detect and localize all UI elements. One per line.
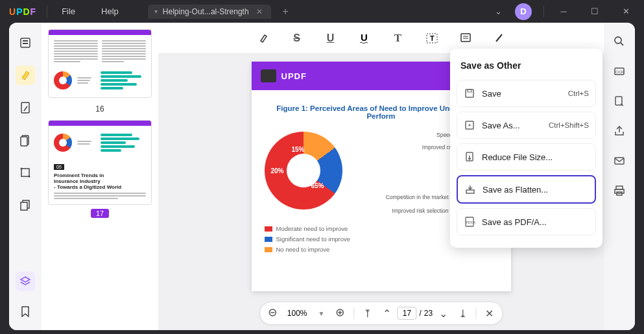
tool-bookmark[interactable] bbox=[16, 302, 35, 321]
svg-rect-14 bbox=[461, 34, 470, 42]
share-icon[interactable] bbox=[612, 124, 626, 138]
tab-close-icon[interactable]: ✕ bbox=[254, 7, 265, 16]
svg-rect-31 bbox=[466, 89, 473, 97]
legend-swatch bbox=[265, 247, 272, 252]
thumb-label-17: 17 bbox=[91, 209, 109, 218]
note-icon[interactable] bbox=[458, 30, 473, 46]
popup-item-reduce[interactable]: Reduce File Size... bbox=[457, 143, 596, 171]
menu-file[interactable]: File bbox=[49, 6, 88, 16]
popup-item-shortcut: Ctrl+Shift+S bbox=[549, 121, 589, 129]
maximize-button[interactable]: ☐ bbox=[582, 2, 608, 21]
pen-icon[interactable] bbox=[492, 30, 507, 46]
svg-rect-10 bbox=[21, 202, 27, 210]
textbox-icon[interactable]: T bbox=[424, 30, 440, 46]
popup-item-shortcut: Ctrl+S bbox=[568, 89, 589, 97]
highlighter-icon[interactable] bbox=[256, 30, 271, 46]
legend-label: No need to improve bbox=[276, 246, 330, 253]
svg-point-22 bbox=[615, 37, 621, 43]
popup-item-label: Save as PDF/A... bbox=[482, 217, 547, 227]
zoom-out-button[interactable] bbox=[264, 304, 282, 322]
search-icon[interactable] bbox=[612, 34, 626, 49]
popup-item-flatten[interactable]: Save as Flatten... bbox=[457, 175, 596, 204]
popup-item-label: Save As... bbox=[482, 121, 520, 130]
tab-title: Helping-Out...al-Strength bbox=[163, 7, 249, 16]
tool-highlight[interactable] bbox=[16, 66, 35, 85]
brand-box-icon bbox=[261, 69, 276, 82]
tool-edit[interactable] bbox=[16, 98, 35, 117]
tool-reader[interactable] bbox=[16, 33, 35, 53]
tool-organize[interactable] bbox=[16, 130, 35, 150]
squiggly-icon[interactable]: U bbox=[357, 30, 372, 46]
email-icon[interactable] bbox=[612, 154, 626, 168]
chevron-down-icon[interactable]: ⌄ bbox=[487, 6, 510, 16]
underline-icon[interactable]: U bbox=[323, 30, 339, 46]
legend-label: Moderate need to improve bbox=[276, 225, 348, 232]
popup-item-label: Reduce File Size... bbox=[482, 152, 553, 162]
close-button[interactable]: ✕ bbox=[613, 2, 639, 21]
svg-point-7 bbox=[21, 168, 23, 170]
tool-layers[interactable] bbox=[16, 272, 35, 291]
section-title-1: Prominent Trends in bbox=[54, 173, 146, 178]
separator bbox=[543, 6, 544, 18]
svg-point-8 bbox=[29, 176, 30, 178]
pdfa-icon: PDF/A bbox=[464, 216, 475, 228]
zoom-dropdown[interactable]: ▼ bbox=[313, 304, 331, 322]
tab-add-button[interactable]: + bbox=[271, 6, 300, 18]
text-icon[interactable]: T bbox=[390, 30, 406, 46]
popup-item-save[interactable]: SaveCtrl+S bbox=[457, 80, 596, 107]
page-number-input: / 23 bbox=[398, 307, 433, 320]
thumb-label-16: 16 bbox=[95, 104, 104, 113]
svg-rect-5 bbox=[21, 137, 27, 146]
next-page-button[interactable]: ⌄ bbox=[434, 304, 452, 322]
svg-rect-6 bbox=[21, 169, 29, 176]
section-title-3: - Towards a Digitized World bbox=[54, 184, 146, 190]
svg-text:U: U bbox=[361, 32, 368, 43]
thumbnail-17[interactable]: 05 Prominent Trends in Insurance Industr… bbox=[48, 120, 152, 205]
section-badge: 05 bbox=[54, 164, 64, 170]
page-sep: / bbox=[420, 309, 422, 318]
brand-text: UPDF bbox=[281, 71, 307, 81]
legend-label: Significant need to improve bbox=[276, 235, 351, 243]
prev-page-button[interactable]: ⌃ bbox=[378, 304, 396, 322]
svg-text:PDF/A: PDF/A bbox=[466, 221, 476, 224]
tool-pages[interactable] bbox=[16, 195, 35, 215]
print-icon[interactable] bbox=[612, 184, 626, 198]
thumbnail-16[interactable] bbox=[48, 29, 152, 98]
page-controls: 100% ▼ ⤒ ⌃ / 23 ⌄ ⤓ ✕ bbox=[259, 302, 503, 325]
popup-item-label: Save bbox=[482, 89, 501, 99]
convert-icon[interactable] bbox=[612, 94, 626, 108]
page-current-input[interactable] bbox=[398, 307, 417, 320]
svg-rect-3 bbox=[21, 102, 29, 113]
menu-help[interactable]: Help bbox=[88, 6, 132, 16]
legend-swatch bbox=[265, 237, 272, 242]
minimize-button[interactable]: ─ bbox=[551, 2, 577, 21]
donut-label-20: 20% bbox=[271, 167, 284, 174]
app-logo: UPDF bbox=[0, 6, 45, 17]
document-tab[interactable]: ▾ Helping-Out...al-Strength ✕ bbox=[148, 5, 271, 19]
popup-item-saveas[interactable]: Save As...Ctrl+Shift+S bbox=[457, 112, 596, 139]
left-toolbar bbox=[9, 23, 42, 330]
saveas-icon bbox=[464, 119, 475, 131]
popup-item-label: Save as Flatten... bbox=[483, 185, 548, 195]
svg-rect-1 bbox=[23, 40, 28, 42]
last-page-button[interactable]: ⤓ bbox=[453, 304, 471, 322]
page-total: 23 bbox=[424, 309, 433, 318]
tool-crop[interactable] bbox=[16, 163, 35, 182]
strikethrough-icon[interactable]: S bbox=[289, 30, 305, 46]
first-page-button[interactable]: ⤒ bbox=[359, 304, 377, 322]
bar-label: Competition in the market bbox=[354, 194, 449, 200]
popup-item-pdfa[interactable]: PDF/ASave as PDF/A... bbox=[457, 208, 596, 235]
bar-label: Improved risk selection bbox=[354, 208, 449, 214]
popup-title: Save as Other bbox=[457, 56, 596, 80]
section-title-2: Insurance Industry bbox=[54, 178, 146, 184]
save-as-other-popup: Save as Other SaveCtrl+SSave As...Ctrl+S… bbox=[450, 49, 602, 248]
ocr-icon[interactable]: OCR bbox=[612, 64, 626, 78]
zoom-in-button[interactable] bbox=[332, 304, 350, 322]
svg-line-23 bbox=[621, 43, 623, 45]
close-pager-button[interactable]: ✕ bbox=[480, 304, 498, 322]
titlebar: UPDF File Help ▾ Helping-Out...al-Streng… bbox=[0, 0, 644, 23]
user-avatar[interactable]: D bbox=[515, 3, 532, 20]
donut-chart: 15% 20% 65% bbox=[265, 132, 342, 209]
svg-rect-27 bbox=[615, 158, 624, 164]
flatten-icon bbox=[464, 184, 476, 195]
